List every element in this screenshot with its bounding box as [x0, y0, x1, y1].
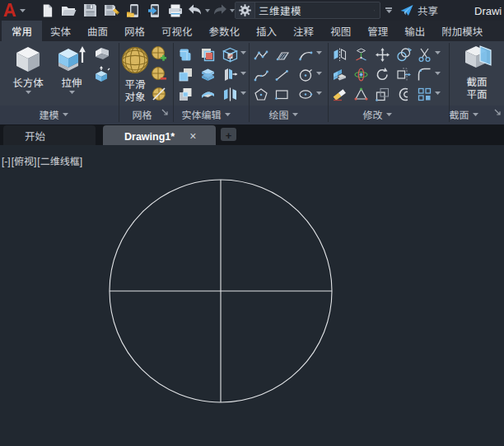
viewport-minimize-control[interactable]: [-] [2, 153, 11, 167]
file-tab-start[interactable]: 开始 [3, 125, 96, 145]
viewport-view-control[interactable]: [俯视] [12, 153, 37, 167]
smooth-object-button[interactable]: 平滑 对象 [119, 45, 151, 102]
solid-row2-caret-icon[interactable] [240, 72, 246, 75]
solid-slice-button[interactable] [177, 66, 194, 82]
extrude-flyout-caret-icon[interactable] [69, 91, 75, 94]
ribbon-tab-label: 插入 [256, 23, 277, 39]
save-to-web-mobile-button[interactable] [143, 0, 165, 21]
ribbon-tab-mesh[interactable]: 网格 [116, 21, 153, 41]
ribbon-tab-insert[interactable]: 插入 [248, 21, 285, 41]
draw-polygon-button[interactable] [253, 86, 269, 102]
open-file-button[interactable] [58, 0, 79, 21]
qat-customize-button[interactable] [382, 0, 395, 21]
ribbon-tab-visualize[interactable]: 可视化 [153, 21, 201, 41]
section-panel-title[interactable]: 截面 [448, 106, 479, 122]
modeling-panel-title[interactable]: 建模 [0, 106, 107, 122]
ribbon-tab-view[interactable]: 视图 [322, 21, 359, 41]
modify-3d-move-button[interactable] [352, 46, 369, 63]
solid-intersect-button[interactable] [177, 86, 194, 102]
draw-line-button[interactable] [273, 67, 290, 83]
fillet-flyout-caret-icon[interactable] [435, 72, 441, 75]
solid-union-button[interactable] [177, 46, 194, 63]
draw-hatch-button[interactable] [273, 47, 290, 63]
solid-row3-caret-icon[interactable] [240, 92, 246, 95]
solid-shell-button[interactable] [199, 86, 216, 102]
solid-row1-caret-icon[interactable] [240, 51, 246, 54]
modify-fillet-button[interactable] [416, 66, 432, 82]
ribbon-tab-solid[interactable]: 实体 [42, 21, 79, 41]
modify-3d-rotate-button[interactable] [352, 66, 369, 82]
redo-button[interactable] [212, 0, 228, 21]
modify-offset-button[interactable] [395, 86, 412, 102]
solid-editing-panel-title[interactable]: 实体编辑 [171, 106, 240, 122]
ribbon-tab-home[interactable]: 常用 [2, 21, 42, 41]
file-tab-drawing1[interactable]: Drawing1* × [103, 125, 216, 145]
modify-scale-button[interactable] [374, 86, 390, 102]
solid-thicken-button[interactable] [199, 66, 216, 82]
plot-button[interactable] [165, 0, 186, 21]
circle-flyout-caret-icon[interactable] [316, 72, 322, 75]
section-dialog-launcher-icon[interactable] [494, 109, 502, 116]
solid-imprint-button[interactable] [222, 46, 238, 63]
modify-3d-align-button[interactable] [331, 66, 348, 82]
ellipse-flyout-caret-icon[interactable] [316, 92, 322, 95]
ribbon-tab-output[interactable]: 输出 [396, 21, 433, 41]
modify-erase-button[interactable] [331, 86, 348, 102]
share-button[interactable]: 共享 [400, 0, 438, 21]
save-button[interactable] [79, 0, 100, 21]
draw-ellipse-button[interactable] [297, 86, 314, 102]
ribbon-tab-annotate[interactable]: 注释 [285, 21, 322, 41]
modify-mirror-button[interactable] [331, 46, 348, 63]
viewport-visual-style-control[interactable]: [二维线框] [37, 153, 82, 167]
modify-array-button[interactable] [416, 86, 432, 102]
modify-stretch-button[interactable] [395, 66, 412, 82]
modify-trim-button[interactable] [416, 46, 432, 63]
arc-flyout-caret-icon[interactable] [316, 51, 322, 54]
box-flyout-caret-icon[interactable] [26, 91, 31, 94]
modify-panel-title[interactable]: 修改 [328, 106, 427, 122]
plot-printer-icon [167, 3, 184, 18]
workspace-switcher[interactable]: 三维建模 [235, 2, 380, 19]
solid-extrude-faces-button[interactable] [222, 66, 238, 82]
draw-arc-button[interactable] [297, 47, 314, 63]
undo-button[interactable] [186, 0, 203, 21]
solid-subtract-button[interactable] [199, 46, 216, 63]
drawing-canvas[interactable]: [-] [俯视] [二维线框] [0, 145, 504, 446]
modify-copy-button[interactable] [395, 46, 412, 63]
section-plane-button[interactable]: 截面 平面 [455, 43, 499, 100]
polysolid-button[interactable] [94, 45, 110, 62]
smooth-less-button[interactable] [151, 66, 167, 82]
mesh-dialog-launcher-icon[interactable] [161, 109, 169, 116]
smooth-refine-button[interactable] [151, 86, 167, 102]
new-drawing-tab-button[interactable]: + [221, 128, 236, 141]
ribbon-tab-addins[interactable]: 附加模块 [433, 21, 491, 41]
3d-align-icon [332, 67, 348, 82]
array-flyout-caret-icon[interactable] [435, 92, 441, 95]
application-menu-button[interactable] [2, 2, 18, 18]
smooth-more-button[interactable] [151, 45, 167, 62]
save-as-button[interactable] [100, 0, 122, 21]
app-menu-caret-icon[interactable] [20, 9, 26, 12]
trim-flyout-caret-icon[interactable] [435, 51, 441, 54]
draw-rectangle-button[interactable] [273, 86, 290, 102]
open-from-web-mobile-button[interactable] [122, 0, 143, 21]
draw-circle-button[interactable] [297, 67, 314, 83]
draw-panel-title[interactable]: 绘图 [249, 106, 318, 122]
presspull-button[interactable] [94, 66, 110, 82]
extrude-button[interactable]: 拉伸 [51, 45, 92, 94]
draw-spline-button[interactable] [253, 67, 269, 83]
new-file-button[interactable] [36, 0, 58, 21]
modify-move-button[interactable] [374, 46, 390, 63]
modify-3d-scale-button[interactable] [352, 86, 369, 102]
undo-dropdown-button[interactable] [203, 0, 212, 21]
box-button[interactable]: 长方体 [7, 45, 49, 94]
ribbon-tab-surface[interactable]: 曲面 [79, 21, 116, 41]
modify-rotate-button[interactable] [374, 66, 390, 82]
union-icon [178, 47, 194, 63]
ribbon-tab-parametric[interactable]: 参数化 [201, 21, 249, 41]
draw-polyline-button[interactable] [253, 47, 269, 63]
ribbon-tab-manage[interactable]: 管理 [359, 21, 396, 41]
solid-separate-button[interactable] [222, 86, 238, 102]
mesh-panel-title[interactable]: 网格 [119, 106, 165, 122]
file-tab-close-button[interactable]: × [189, 129, 196, 141]
